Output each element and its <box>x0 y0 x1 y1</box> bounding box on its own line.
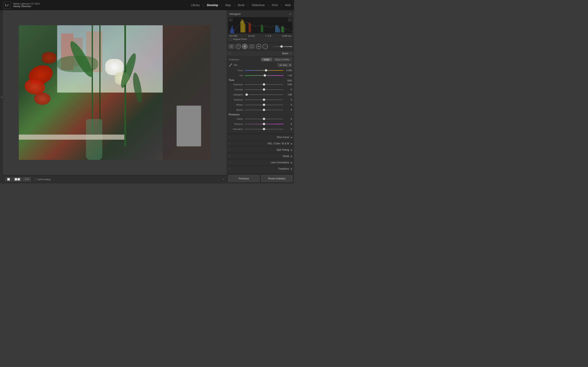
blacks-label: Blacks <box>229 109 243 111</box>
presence-label: Presence <box>229 113 240 116</box>
shadows-thumb[interactable] <box>263 99 265 101</box>
lens-corrections-toggle[interactable] <box>229 161 231 164</box>
exposure-value: 0,00 <box>285 83 292 86</box>
clarity-row: Clarity 0 <box>229 117 292 121</box>
tone-auto[interactable]: Auto <box>287 79 292 81</box>
temp-thumb[interactable] <box>265 69 267 72</box>
eyedropper-icon[interactable] <box>229 63 232 67</box>
hsl-arrow: ◀ <box>290 142 292 145</box>
crop-tool-btn[interactable] <box>236 44 241 49</box>
svg-rect-32 <box>250 45 253 48</box>
saturation-thumb[interactable] <box>263 128 265 130</box>
date-format-btn[interactable]: YY▾ <box>23 177 31 182</box>
exposure-track[interactable] <box>245 84 283 85</box>
whites-track[interactable] <box>245 105 283 105</box>
filmstrip-toggle[interactable]: ▾ <box>223 178 224 181</box>
transform-panel[interactable]: Transform ◀ <box>227 166 294 172</box>
grid-tool-btn[interactable] <box>228 44 234 49</box>
basic-panel-chevron: ▼ <box>290 52 292 54</box>
contrast-thumb[interactable] <box>263 88 265 91</box>
highlights-row: Highlights −100 <box>229 92 292 97</box>
treatment-color-btn[interactable]: Color <box>261 58 272 61</box>
hsl-title: HSL / Color / B & W <box>232 142 289 145</box>
tone-curve-panel[interactable]: Tone Curve ◀ <box>227 134 294 140</box>
brightness-slider-track[interactable] <box>271 46 292 47</box>
eye-tool-btn[interactable] <box>256 44 261 49</box>
contrast-row: Contrast 0 <box>229 87 292 92</box>
split-toning-title: Split Toning <box>232 149 289 151</box>
tint-row: Tint + 26 <box>229 73 292 77</box>
blacks-track[interactable] <box>245 110 283 110</box>
transform-toggle[interactable] <box>229 168 231 170</box>
vibrance-track[interactable] <box>245 124 283 124</box>
brightness-thumb[interactable] <box>280 45 283 48</box>
split-toning-toggle[interactable] <box>229 149 231 151</box>
whites-thumb[interactable] <box>263 104 265 106</box>
highlights-label: Highlights <box>229 93 243 96</box>
clarity-value: 0 <box>285 118 292 120</box>
lens-corrections-panel[interactable]: Lens Corrections ◀ <box>227 159 294 166</box>
left-panel-toggle[interactable]: ◀ <box>0 96 3 98</box>
tint-track[interactable] <box>245 75 283 76</box>
original-photo-checkbox[interactable] <box>229 38 232 40</box>
tint-thumb[interactable] <box>264 74 266 77</box>
brush-tool-btn[interactable] <box>263 44 268 49</box>
hsl-toggle[interactable] <box>229 142 231 145</box>
highlights-thumb[interactable] <box>245 93 248 96</box>
tone-curve-arrow: ◀ <box>290 136 292 138</box>
nav-library[interactable]: Library <box>188 0 203 10</box>
hsl-panel[interactable]: HSL / Color / B & W ◀ <box>227 140 294 147</box>
saturation-row: Saturation 0 <box>229 127 292 131</box>
treatment-bw-btn[interactable]: Black & White <box>273 58 292 61</box>
svg-point-37 <box>229 66 230 67</box>
svg-rect-4 <box>233 30 234 33</box>
clarity-track[interactable] <box>245 119 283 119</box>
blacks-thumb[interactable] <box>263 109 265 111</box>
svg-rect-16 <box>275 26 276 33</box>
vibrance-thumb[interactable] <box>263 123 265 125</box>
view-single-btn[interactable]: ⬜ <box>5 177 12 182</box>
nav-book[interactable]: Book <box>235 0 248 10</box>
nav-web[interactable]: Web <box>282 0 294 10</box>
histogram-header[interactable]: Histogram ▼ <box>228 12 292 16</box>
basic-panel-header[interactable]: Basic ▼ <box>227 50 294 56</box>
reset-button[interactable]: Reset (Adobe) <box>261 175 292 182</box>
wb-dropdown[interactable]: As Shot <box>277 63 292 67</box>
basic-toggle[interactable] <box>229 52 231 54</box>
contrast-track[interactable] <box>245 89 283 90</box>
histogram-svg <box>228 17 292 33</box>
blacks-row: Blacks 0 <box>229 108 292 112</box>
detail-toggle[interactable] <box>229 155 231 157</box>
svg-point-31 <box>244 46 245 47</box>
nav-slideshow[interactable]: Slideshow <box>249 0 268 10</box>
nav-print[interactable]: Print <box>269 0 281 10</box>
temp-row: Temp 5 250 <box>229 68 292 72</box>
soft-proof-check[interactable] <box>34 178 36 181</box>
crop-icon <box>237 45 240 48</box>
exposure-thumb[interactable] <box>263 83 265 86</box>
main-layout: ◀ <box>0 10 294 184</box>
svg-rect-19 <box>278 27 279 33</box>
shutter-value: 1/248 sec <box>282 35 292 37</box>
whites-label: Whites <box>229 104 243 106</box>
nav-map[interactable]: Map <box>222 0 234 10</box>
clarity-thumb[interactable] <box>263 118 265 120</box>
shadows-track[interactable] <box>245 100 283 100</box>
temp-track[interactable] <box>245 70 283 71</box>
previous-button[interactable]: Previous <box>228 175 259 182</box>
heal-tool-btn[interactable] <box>242 44 247 49</box>
saturation-track[interactable] <box>245 129 283 129</box>
contrast-fill <box>245 89 264 90</box>
view-grid-btn[interactable]: ⬜⬜ <box>13 177 22 182</box>
detail-panel[interactable]: Detail ◀ <box>227 153 294 159</box>
iso-value: ISO 800 <box>229 35 237 37</box>
soft-proofing-checkbox[interactable]: Soft Proofing <box>34 178 51 181</box>
nav-develop[interactable]: Develop <box>204 0 221 10</box>
basic-content: Treatment : Color Black & White <box>227 56 294 134</box>
square-tool-btn[interactable] <box>249 44 255 49</box>
temp-fill <box>245 70 283 71</box>
exposure-fill <box>245 84 264 85</box>
highlights-track[interactable] <box>245 94 283 95</box>
tone-curve-toggle[interactable] <box>229 136 231 138</box>
split-toning-panel[interactable]: Split Toning ◀ <box>227 147 294 153</box>
